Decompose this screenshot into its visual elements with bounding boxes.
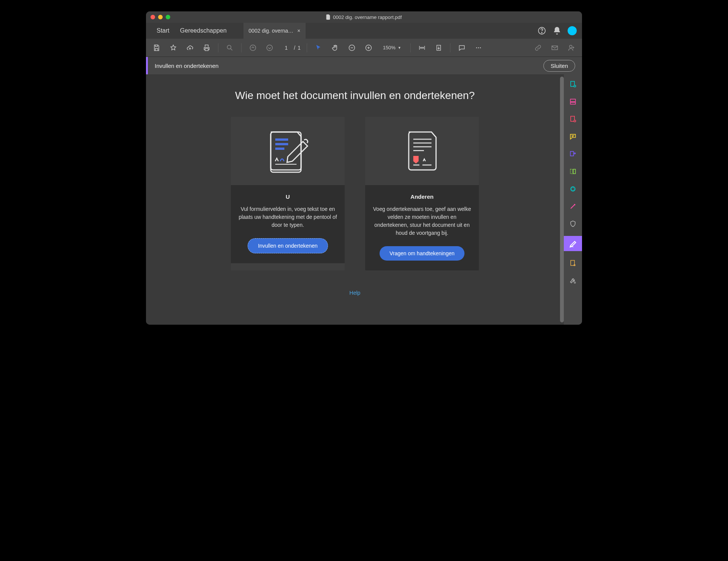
help-link-row: Help [161,289,549,296]
svg-point-10 [478,47,479,48]
fill-sign-button[interactable]: Invullen en ondertekenen [248,238,328,253]
close-tab-icon[interactable]: × [297,28,300,34]
svg-rect-15 [275,138,288,141]
app-window: 0002 dig. overname rapport.pdf Start Ger… [146,11,582,325]
mail-icon[interactable] [549,42,560,53]
svg-point-11 [480,47,481,48]
rail-send-track-icon[interactable] [568,258,578,269]
close-panel-button[interactable]: Sluiten [543,60,575,72]
svg-rect-2 [205,48,208,50]
card-you-title: U [238,193,337,200]
find-icon[interactable] [224,42,235,53]
svg-point-13 [570,45,572,48]
svg-point-4 [250,45,256,50]
window-title: 0002 dig. overname rapport.pdf [326,14,402,20]
page-up-icon[interactable] [248,42,258,53]
rail-protect-icon[interactable] [568,218,578,229]
svg-rect-33 [570,151,573,156]
page-total: 1 [298,45,301,51]
hand-tool-icon[interactable] [330,42,340,53]
svg-point-5 [267,45,273,50]
rail-more-tools-icon[interactable] [568,275,578,286]
card-you-illustration [231,117,345,185]
right-rail [564,74,582,325]
request-signatures-button[interactable]: Vragen om handtekeningen [380,246,464,261]
rail-create-pdf-icon[interactable] [568,79,578,90]
card-others-title: Anderen [373,193,471,200]
fill-sign-label: Invullen en ondertekenen [155,63,218,69]
tab-document-label: 0002 dig. overna… [249,28,293,34]
titlebar: 0002 dig. overname rapport.pdf [146,11,582,23]
tab-tools[interactable]: Gereedschappen [175,23,232,39]
content-area: Wie moet het document invullen en ondert… [146,74,564,325]
fit-page-icon[interactable] [433,42,444,53]
card-you: U Vul formuliervelden in, voeg tekst toe… [231,117,345,270]
choice-cards: U Vul formuliervelden in, voeg tekst toe… [161,117,549,270]
chevron-down-icon: ▼ [398,46,401,50]
document-icon [326,14,331,20]
rail-combine-icon[interactable] [568,96,578,107]
minimize-window-icon[interactable] [158,15,163,19]
comment-icon[interactable] [457,42,467,53]
card-others: Anderen Voeg ondertekenaars toe, geef aa… [365,117,479,270]
svg-rect-28 [570,102,575,104]
save-icon[interactable] [151,42,162,53]
svg-rect-35 [573,169,576,174]
toolbar: / 1 150% ▼ [146,39,582,57]
rail-export-icon[interactable] [568,149,578,159]
rail-organize-icon[interactable] [568,166,578,177]
fullscreen-window-icon[interactable] [166,15,170,19]
help-icon[interactable] [537,26,546,35]
card-others-illustration [365,117,479,185]
svg-rect-34 [570,169,573,174]
top-tabs: Start Gereedschappen 0002 dig. overna… × [146,23,582,39]
add-person-icon[interactable] [566,42,577,53]
svg-point-3 [227,45,231,49]
rail-stamp-icon[interactable] [568,184,578,194]
cloud-upload-icon[interactable] [185,42,195,53]
page-down-icon[interactable] [264,42,275,53]
svg-rect-16 [275,143,288,145]
rail-redact-icon[interactable] [568,201,578,212]
card-you-desc: Vul formuliervelden in, voeg tekst toe e… [238,205,337,229]
tab-start[interactable]: Start [151,23,175,39]
help-link[interactable]: Help [350,290,361,296]
svg-point-9 [476,47,477,48]
question-heading: Wie moet het document invullen en ondert… [161,90,549,102]
page-current-input[interactable] [281,45,292,51]
account-avatar[interactable] [568,26,577,35]
pointer-tool-icon[interactable] [313,42,324,53]
fit-width-icon[interactable] [417,42,427,53]
print-icon[interactable] [201,42,212,53]
zoom-out-icon[interactable] [347,42,357,53]
rail-edit-pdf-icon[interactable] [568,114,578,124]
link-share-icon[interactable] [533,42,543,53]
rail-comment-icon[interactable] [568,131,578,142]
tab-document[interactable]: 0002 dig. overna… × [243,23,306,39]
rail-fill-sign-icon[interactable] [564,236,582,251]
zoom-dropdown[interactable]: 150% ▼ [380,44,404,51]
svg-rect-17 [275,148,284,150]
svg-point-38 [574,264,576,266]
zoom-in-icon[interactable] [363,42,374,53]
close-window-icon[interactable] [151,15,155,19]
more-icon[interactable] [473,42,484,53]
svg-rect-27 [570,99,575,102]
star-icon[interactable] [168,42,179,53]
body: Wie moet het document invullen en ondert… [146,74,582,325]
page-indicator: / 1 [281,45,301,51]
card-others-desc: Voeg ondertekenaars toe, geef aan welke … [373,205,471,237]
notifications-icon[interactable] [552,26,562,35]
traffic-lights [151,15,170,19]
svg-point-1 [541,32,542,33]
fill-sign-bar: Invullen en ondertekenen Sluiten [146,57,582,74]
